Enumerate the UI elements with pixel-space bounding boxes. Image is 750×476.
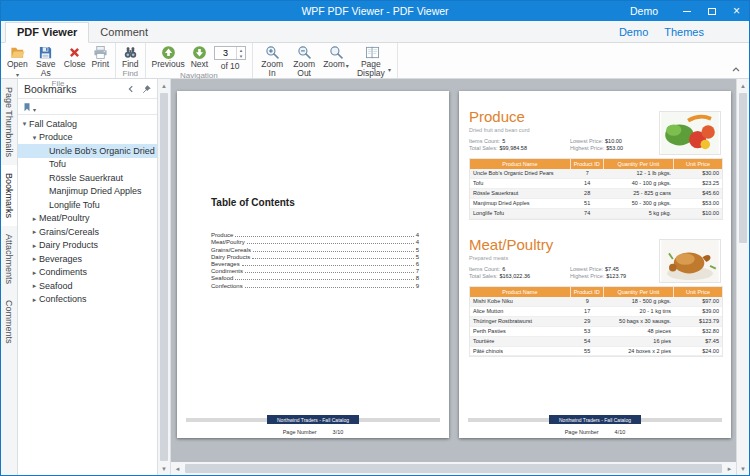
- expander-icon[interactable]: [30, 296, 39, 303]
- tab-comment[interactable]: Comment: [89, 23, 159, 42]
- toc-leader: [235, 236, 413, 237]
- next-page-button[interactable]: Next: [188, 44, 211, 71]
- expander-icon[interactable]: [30, 134, 39, 141]
- close-window-button[interactable]: ×: [724, 1, 749, 21]
- table-row: Tourtière5416 pies$7.45: [470, 337, 722, 347]
- scroll-down-icon[interactable]: ▼: [737, 462, 749, 475]
- printer-icon: [93, 45, 108, 60]
- bookmark-item[interactable]: Meat/Poultry: [18, 212, 157, 226]
- ribbon-collapse-button[interactable]: [728, 63, 744, 75]
- minimize-button[interactable]: [674, 1, 699, 21]
- tab-attachments[interactable]: Attachments: [1, 226, 17, 292]
- scrollbar-thumb[interactable]: [739, 93, 747, 243]
- toc-entry[interactable]: Meat/Poultry4: [211, 238, 419, 245]
- zoom-out-icon: [297, 45, 312, 60]
- vertical-scrollbar[interactable]: ▲ ▼: [736, 79, 749, 475]
- demo-link[interactable]: Demo: [612, 24, 655, 40]
- bookmark-item[interactable]: Seafood: [18, 279, 157, 293]
- bookmark-item[interactable]: Grains/Cereals: [18, 225, 157, 239]
- scroll-down-icon[interactable]: ▼: [158, 462, 170, 475]
- tab-page-thumbnails[interactable]: Page Thumbnails: [1, 79, 17, 165]
- scroll-up-icon[interactable]: ▲: [158, 79, 170, 92]
- bookmark-item-selected[interactable]: Uncle Bob's Organic Dried Pears: [18, 144, 157, 158]
- title-bar: WPF PDF Viewer - PDF Viewer Demo ×: [1, 1, 749, 21]
- toc-entry[interactable]: Condiments7: [211, 267, 419, 274]
- zoom-button[interactable]: Zoom: [320, 44, 352, 78]
- document-canvas[interactable]: Table of Contents Produce4 Meat/Poultry4…: [171, 79, 736, 475]
- maximize-icon: [708, 8, 716, 15]
- pdf-page-toc[interactable]: Table of Contents Produce4 Meat/Poultry4…: [177, 91, 449, 438]
- page-display-icon: [365, 45, 380, 60]
- tab-comments[interactable]: Comments: [1, 292, 17, 352]
- toc-entry[interactable]: Grains/Cereals5: [211, 245, 419, 252]
- page-footer: Northwind Traders - Fall Catalog: [186, 415, 440, 424]
- print-button[interactable]: Print: [89, 44, 112, 79]
- bookmark-item[interactable]: Longlife Tofu: [18, 198, 157, 212]
- ribbon-group-view: Zoom In Zoom Out Zoom Page Display View: [253, 43, 398, 78]
- scrollbar-thumb[interactable]: [185, 464, 722, 473]
- footer-band: Northwind Traders - Fall Catalog: [267, 415, 359, 424]
- tab-pdf-viewer[interactable]: PDF Viewer: [5, 22, 89, 43]
- expander-icon[interactable]: [30, 228, 39, 235]
- toc-leader: [245, 287, 414, 288]
- expander-icon[interactable]: [30, 255, 39, 262]
- expander-icon[interactable]: [30, 282, 39, 289]
- bookmarks-panel: Bookmarks Fall Catalog Produce Uncle Bob…: [18, 79, 158, 475]
- toc-entry[interactable]: Produce4: [211, 231, 419, 238]
- tab-bookmarks[interactable]: Bookmarks: [1, 165, 17, 226]
- bookmark-item[interactable]: Produce: [18, 131, 157, 145]
- ribbon-group-find: Find Find: [116, 43, 146, 78]
- page-spin-buttons[interactable]: ▴▾: [236, 47, 245, 59]
- ribbon-group-file: Open Save As Close Print File: [1, 43, 116, 78]
- page-display-button[interactable]: Page Display: [352, 44, 394, 78]
- pin-panel-button[interactable]: [140, 82, 154, 96]
- scrollbar-thumb[interactable]: [160, 93, 168, 461]
- themes-link[interactable]: Themes: [657, 24, 711, 40]
- table-header-row: Product Name Product ID Quantity Per Uni…: [470, 159, 722, 169]
- bookmark-item[interactable]: Dairy Products: [18, 239, 157, 253]
- bookmark-item[interactable]: Beverages: [18, 252, 157, 266]
- maximize-button[interactable]: [699, 1, 724, 21]
- toc-entry[interactable]: Beverages6: [211, 260, 419, 267]
- spin-down-icon[interactable]: ▾: [237, 53, 245, 59]
- zoom-in-button[interactable]: Zoom In: [256, 44, 288, 78]
- meat-poultry-table: Product Name Product ID Quantity Per Uni…: [469, 286, 723, 357]
- footer-band: Northwind Traders - Fall Catalog: [549, 415, 641, 424]
- expander-icon[interactable]: [30, 215, 39, 222]
- bookmark-item[interactable]: Tofu: [18, 158, 157, 172]
- bookmark-item[interactable]: Manjimup Dried Apples: [18, 185, 157, 199]
- expander-icon[interactable]: [30, 242, 39, 249]
- current-page-spinbox: ▴▾: [214, 46, 246, 60]
- table-row: Mishi Kobe Niku918 - 500 g pkgs.$97.00: [470, 297, 722, 307]
- save-as-button[interactable]: Save As: [31, 44, 61, 79]
- toc-entry[interactable]: Seafood8: [211, 274, 419, 281]
- demo-badge: Demo: [630, 5, 658, 17]
- bookmark-item[interactable]: Fall Catalog: [18, 117, 157, 131]
- expander-icon[interactable]: [30, 269, 39, 276]
- collapse-panel-button[interactable]: [124, 82, 138, 96]
- previous-page-button[interactable]: Previous: [149, 44, 188, 71]
- bookmark-options-button[interactable]: [22, 98, 36, 116]
- scroll-right-icon[interactable]: ►: [723, 462, 736, 475]
- table-row: Thüringer Rostbratwurst2950 bags x 30 sa…: [470, 317, 722, 327]
- zoom-in-icon: [265, 45, 280, 60]
- current-page-input[interactable]: [215, 47, 236, 59]
- bookmarks-scrollbar[interactable]: ▲ ▼: [158, 79, 171, 475]
- toc-leader: [247, 243, 414, 244]
- toc-entry[interactable]: Dairy Products5: [211, 253, 419, 260]
- find-button[interactable]: Find: [119, 44, 142, 69]
- toc-entry[interactable]: Confections9: [211, 281, 419, 288]
- scroll-up-icon[interactable]: ▲: [737, 79, 749, 92]
- bookmark-item[interactable]: Condiments: [18, 266, 157, 280]
- pdf-page-catalog[interactable]: Produce Dried fruit and bean curd Items …: [459, 91, 731, 438]
- zoom-out-button[interactable]: Zoom Out: [288, 44, 320, 78]
- horizontal-scrollbar[interactable]: ◄ ►: [171, 462, 736, 475]
- open-folder-icon: [10, 45, 25, 60]
- close-document-button[interactable]: Close: [61, 44, 89, 79]
- page-number-row: Page Number 3/10: [177, 429, 449, 435]
- open-button[interactable]: Open: [4, 44, 31, 79]
- bookmark-item[interactable]: Confections: [18, 293, 157, 307]
- bookmark-item[interactable]: Rössle Sauerkraut: [18, 171, 157, 185]
- scroll-left-icon[interactable]: ◄: [171, 462, 184, 475]
- expander-icon[interactable]: [20, 120, 29, 127]
